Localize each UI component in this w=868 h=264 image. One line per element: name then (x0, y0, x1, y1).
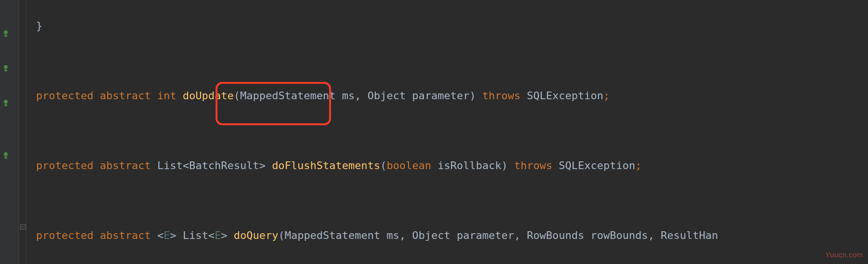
code-line: protected abstract int doUpdate(MappedSt… (36, 87, 868, 105)
fold-icon[interactable] (20, 218, 26, 224)
code-line: protected abstract List<BatchResult> doF… (36, 157, 868, 174)
blank-line (36, 192, 868, 210)
override-icon[interactable] (2, 65, 10, 72)
svg-point-3 (4, 152, 8, 156)
watermark-text: Yuucn.com (825, 249, 863, 261)
svg-point-1 (4, 65, 8, 69)
blank-line (36, 122, 868, 140)
code-line: } (36, 17, 868, 35)
code-line: throws SQLException; (36, 262, 868, 264)
override-icon[interactable] (2, 152, 10, 159)
blank-line (36, 53, 868, 70)
code-line: protected abstract <E> List<E> doQuery(M… (36, 227, 868, 244)
override-icon[interactable] (2, 30, 10, 38)
editor-gutter (0, 0, 19, 264)
svg-point-0 (4, 30, 8, 34)
code-area[interactable]: } protected abstract int doUpdate(Mapped… (26, 0, 868, 264)
brace: } (36, 20, 42, 32)
override-icon[interactable] (2, 99, 10, 107)
svg-point-2 (4, 100, 8, 104)
